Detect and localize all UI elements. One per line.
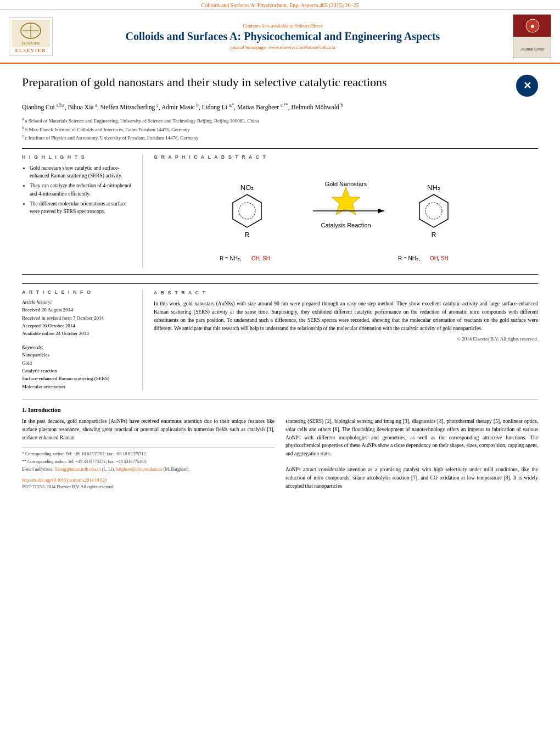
svg-text:,: , <box>438 255 439 261</box>
intro-right-para-2: AuNPs attract considerable attention as … <box>285 466 538 490</box>
svg-marker-13 <box>233 194 261 227</box>
keyword-5: Molecular orientation <box>22 383 134 390</box>
journal-reference: Colloids and Surfaces A: Physicochem. En… <box>0 0 560 10</box>
online-date: Available online 24 October 2014 <box>22 330 134 337</box>
doi-link[interactable]: http://dx.doi.org/10.1016/j.colsurfa.201… <box>22 478 107 483</box>
copyright-text: © 2014 Elsevier B.V. All rights reserved… <box>154 336 538 343</box>
journal-title-area: Contents lists available at ScienceDirec… <box>58 23 507 50</box>
elsevier-logo: ELSEVIER ELSEVIER <box>9 17 53 56</box>
svg-text:SH: SH <box>262 255 270 261</box>
journal-header: ELSEVIER ELSEVIER Contents lists availab… <box>0 10 560 64</box>
svg-marker-26 <box>419 194 448 227</box>
svg-text:R = NH₂,: R = NH₂, <box>220 255 242 261</box>
svg-text:NH₂: NH₂ <box>427 183 440 192</box>
crossmark-badge[interactable]: ✕ <box>516 75 538 97</box>
article-info-heading: A R T I C L E I N F O <box>22 289 134 295</box>
highlights-column: H I G H L I G H T S Gold nanostars show … <box>22 154 143 269</box>
introduction-left-column: In the past decades, gold nanoparticles … <box>22 417 275 490</box>
svg-text:Journal Cover: Journal Cover <box>520 47 545 51</box>
highlight-item-3: The different molecular orientations at … <box>30 200 134 216</box>
affiliation-b: b b Max-Planck Institute of Colloids and… <box>22 125 538 133</box>
revised-date: Received in revised form 7 October 2014 <box>22 314 134 322</box>
svg-text:Catalysis Reaction: Catalysis Reaction <box>321 222 371 228</box>
article-info-column: A R T I C L E I N F O Article history: R… <box>22 289 143 390</box>
highlight-item-2: They can catalyze the reduction of 4-nit… <box>30 182 134 198</box>
svg-text:OH: OH <box>251 255 260 261</box>
affiliation-c: c c Institute of Physics and Astronomy, … <box>22 133 538 142</box>
highlights-heading: H I G H L I G H T S <box>22 154 134 160</box>
intro-left-para: In the past decades, gold nanoparticles … <box>22 417 275 442</box>
introduction-columns: In the past decades, gold nanoparticles … <box>22 417 538 490</box>
article-content: Preparation of gold nanostars and their … <box>0 64 560 496</box>
svg-text:SH: SH <box>441 255 449 261</box>
footnotes: * Corresponding author. Tel: +86 10 6233… <box>22 447 275 490</box>
info-abstract-section: A R T I C L E I N F O Article history: R… <box>22 283 538 390</box>
graphical-abstract-heading: G R A P H I C A L A B S T R A C T <box>154 154 538 160</box>
svg-text:ELSEVIER: ELSEVIER <box>21 41 40 46</box>
svg-text:Gold Nanostars: Gold Nanostars <box>325 181 367 187</box>
abstract-column: A B S T R A C T In this work, gold nanos… <box>154 289 538 390</box>
article-title: Preparation of gold nanostars and their … <box>22 75 511 91</box>
introduction-section: 1. Introduction In the past decades, gol… <box>22 399 538 490</box>
footnote-email: E-mail addresses: lidong@mater.ustb.edu.… <box>22 466 275 473</box>
issn-line: 0927-7757/© 2014 Elsevier B.V. All right… <box>22 484 275 490</box>
svg-text:✕: ✕ <box>523 80 531 91</box>
history-label: Article history: <box>22 298 134 306</box>
introduction-heading: 1. Introduction <box>22 406 538 413</box>
graphical-abstract-image: NO₂ R R = NH₂, OH , SH <box>154 164 538 269</box>
reaction-diagram-svg: NO₂ R R = NH₂, OH , SH <box>214 167 478 266</box>
keywords-section: Keywords: Nanoparticles Gold Catalytic r… <box>22 343 134 390</box>
svg-text:●: ● <box>530 22 535 30</box>
affiliation-a: a a School of Materials Science and Engi… <box>22 116 538 125</box>
highlight-item-1: Gold nanostars show catalytic and surfac… <box>30 164 134 180</box>
keyword-1: Nanoparticles <box>22 351 134 359</box>
graphical-abstract-column: G R A P H I C A L A B S T R A C T NO₂ <box>154 154 538 269</box>
footnote-star2: ** Corresponding author. Tel: +49 331977… <box>22 459 275 465</box>
highlights-list: Gold nanostars show catalytic and surfac… <box>22 164 134 216</box>
journal-main-title: Colloids and Surfaces A: Physicochemical… <box>58 30 507 43</box>
journal-reference-text: Colloids and Surfaces A: Physicochem. En… <box>201 2 359 8</box>
authors-line: Qianling Cui a,b,c, Bihua Xia a, Steffen… <box>22 102 538 112</box>
doi-section: http://dx.doi.org/10.1016/j.colsurfa.201… <box>22 477 275 484</box>
article-history: Article history: Received 20 August 2014… <box>22 298 134 338</box>
footnote-star1: * Corresponding author. Tel: +86 10 6233… <box>22 451 275 458</box>
svg-text:R: R <box>245 231 250 239</box>
svg-text:OH: OH <box>430 255 438 261</box>
svg-text:NO₂: NO₂ <box>240 183 254 192</box>
keyword-2: Gold <box>22 359 134 367</box>
keyword-4: Surface-enhanced Raman scattering (SERS) <box>22 375 134 382</box>
svg-point-27 <box>425 203 442 219</box>
sciencedirect-line: Contents lists available at ScienceDirec… <box>58 23 507 29</box>
accepted-date: Accepted 16 October 2014 <box>22 322 134 330</box>
journal-homepage: journal homepage: www.elsevier.com/locat… <box>58 44 507 50</box>
affiliations: a a School of Materials Science and Engi… <box>22 116 538 142</box>
svg-text:R = NH₂,: R = NH₂, <box>398 255 420 261</box>
highlights-graphical-section: H I G H L I G H T S Gold nanostars show … <box>22 148 538 275</box>
svg-text:R: R <box>432 231 436 239</box>
introduction-right-column: scattering (SERS) [2], biological sensin… <box>285 417 538 490</box>
keyword-3: Catalytic reaction <box>22 367 134 375</box>
received-date: Received 20 August 2014 <box>22 306 134 314</box>
journal-cover: ● Journal Cover <box>513 14 551 58</box>
intro-right-para: scattering (SERS) [2], biological sensin… <box>285 417 538 458</box>
abstract-heading: A B S T R A C T <box>154 289 538 297</box>
elsevier-text: ELSEVIER <box>15 48 46 53</box>
abstract-text: In this work, gold nanostars (AuNSs) wit… <box>154 300 538 332</box>
article-title-area: Preparation of gold nanostars and their … <box>22 75 538 97</box>
svg-text:,: , <box>259 255 261 261</box>
svg-point-14 <box>239 203 255 219</box>
